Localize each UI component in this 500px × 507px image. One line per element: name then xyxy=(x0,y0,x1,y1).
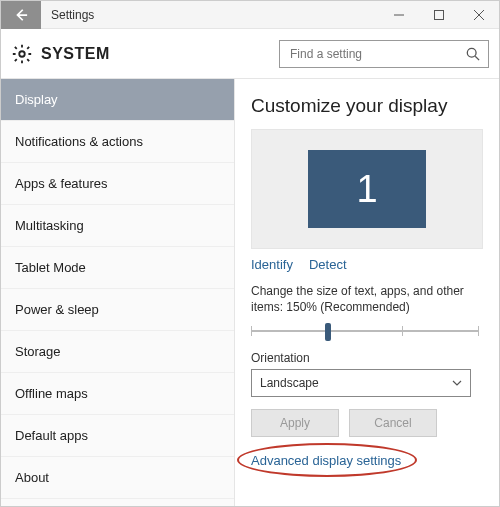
svg-rect-1 xyxy=(435,10,444,19)
sidebar-item-label: Default apps xyxy=(15,428,88,443)
svg-point-4 xyxy=(19,51,25,57)
maximize-icon xyxy=(434,10,444,20)
window-controls xyxy=(379,1,499,29)
sidebar-item-offline-maps[interactable]: Offline maps xyxy=(1,373,234,415)
svg-line-6 xyxy=(475,56,479,60)
header: SYSTEM xyxy=(1,29,499,79)
chevron-down-icon xyxy=(452,380,462,386)
sidebar-item-label: Notifications & actions xyxy=(15,134,143,149)
advanced-display-settings-link[interactable]: Advanced display settings xyxy=(251,453,401,468)
sidebar-item-notifications[interactable]: Notifications & actions xyxy=(1,121,234,163)
svg-point-5 xyxy=(467,48,476,57)
close-button[interactable] xyxy=(459,1,499,29)
search-icon xyxy=(466,47,480,61)
sidebar-item-label: Power & sleep xyxy=(15,302,99,317)
sidebar-item-power-sleep[interactable]: Power & sleep xyxy=(1,289,234,331)
sidebar-item-label: Storage xyxy=(15,344,61,359)
sidebar-item-label: Tablet Mode xyxy=(15,260,86,275)
back-button[interactable] xyxy=(1,1,41,29)
system-heading: SYSTEM xyxy=(41,45,279,63)
content-pane: Customize your display 1 Identify Detect… xyxy=(235,79,499,507)
page-title: Customize your display xyxy=(251,95,483,117)
identify-link[interactable]: Identify xyxy=(251,257,293,272)
slider-thumb[interactable] xyxy=(325,323,331,341)
monitor-tile[interactable]: 1 xyxy=(308,150,426,228)
sidebar-item-default-apps[interactable]: Default apps xyxy=(1,415,234,457)
sidebar-item-label: Apps & features xyxy=(15,176,108,191)
minimize-icon xyxy=(394,10,404,20)
sidebar-item-label: Offline maps xyxy=(15,386,88,401)
sidebar-item-label: About xyxy=(15,470,49,485)
button-label: Cancel xyxy=(374,416,411,430)
sidebar-item-apps-features[interactable]: Apps & features xyxy=(1,163,234,205)
search-box[interactable] xyxy=(279,40,489,68)
maximize-button[interactable] xyxy=(419,1,459,29)
minimize-button[interactable] xyxy=(379,1,419,29)
sidebar-item-tablet-mode[interactable]: Tablet Mode xyxy=(1,247,234,289)
sidebar-item-multitasking[interactable]: Multitasking xyxy=(1,205,234,247)
scale-label: Change the size of text, apps, and other… xyxy=(251,284,483,315)
title-bar: Settings xyxy=(1,1,499,29)
close-icon xyxy=(474,10,484,20)
search-input[interactable] xyxy=(288,46,466,62)
apply-button[interactable]: Apply xyxy=(251,409,339,437)
scale-slider[interactable] xyxy=(251,319,483,343)
sidebar: Display Notifications & actions Apps & f… xyxy=(1,79,235,507)
window-title: Settings xyxy=(51,8,379,22)
sidebar-item-display[interactable]: Display xyxy=(1,79,234,121)
button-label: Apply xyxy=(280,416,310,430)
sidebar-item-label: Display xyxy=(15,92,58,107)
detect-link[interactable]: Detect xyxy=(309,257,347,272)
display-preview[interactable]: 1 xyxy=(251,129,483,249)
arrow-left-icon xyxy=(14,8,28,22)
slider-ticks xyxy=(251,326,479,336)
sidebar-item-label: Multitasking xyxy=(15,218,84,233)
cancel-button[interactable]: Cancel xyxy=(349,409,437,437)
orientation-value: Landscape xyxy=(260,376,319,390)
gear-icon xyxy=(11,43,33,65)
sidebar-item-storage[interactable]: Storage xyxy=(1,331,234,373)
sidebar-item-about[interactable]: About xyxy=(1,457,234,499)
monitor-number: 1 xyxy=(356,168,377,211)
orientation-select[interactable]: Landscape xyxy=(251,369,471,397)
orientation-label: Orientation xyxy=(251,351,483,365)
